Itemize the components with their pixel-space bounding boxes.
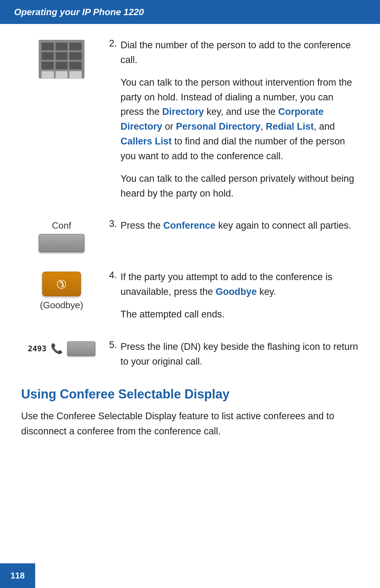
step-2-body: Dial the number of the person to add to …: [121, 38, 359, 201]
key-cell: [56, 43, 68, 50]
section-heading: Using Conferee Selectable Display: [21, 387, 359, 402]
step-4-line: If the party you attempt to add to the c…: [121, 272, 332, 297]
step-2-row: 2. Dial the number of the person to add …: [21, 38, 359, 201]
key-cell: [42, 43, 54, 50]
step-4-text: 4. If the party you attempt to add to th…: [102, 270, 359, 322]
key-cell: [69, 71, 82, 79]
section-body: Use the Conferee Selectable Display feat…: [21, 409, 359, 439]
conf-label: Conf: [52, 220, 71, 231]
callers-list-link: Callers List: [121, 136, 172, 147]
step-4-extra: The attempted call ends.: [121, 307, 359, 322]
step-5-icon-col: 2493 📞: [21, 340, 102, 356]
step-2-numbered: 2. Dial the number of the person to add …: [109, 38, 359, 201]
key-cell: [69, 52, 82, 60]
dn-number: 2493: [28, 344, 46, 353]
key-cell: [69, 62, 82, 69]
personal-directory-link: Personal Directory: [176, 121, 260, 132]
step-3-numbered: 3. Press the Conference key again to con…: [109, 218, 359, 233]
key-cell: [42, 71, 54, 79]
directory-link: Directory: [162, 106, 204, 117]
footer: 118: [0, 563, 35, 588]
step-5-row: 2493 📞 5. Press the line (DN) key beside…: [21, 340, 359, 369]
step-3-line: Press the Conference key again to connec…: [121, 220, 352, 231]
step-4-numbered: 4. If the party you attempt to add to th…: [109, 270, 359, 322]
keypad-icon: [39, 40, 84, 79]
step-5-numbered: 5. Press the line (DN) key beside the fl…: [109, 340, 359, 369]
content-area: 2. Dial the number of the person to add …: [0, 24, 380, 460]
key-cell: [42, 62, 54, 69]
step-5-body: Press the line (DN) key beside the flash…: [121, 340, 359, 369]
key-cell: [56, 52, 68, 60]
page-number: 118: [11, 571, 25, 581]
header-title: Operating your IP Phone 1220: [14, 7, 144, 17]
step-3-icon-col: Conf: [21, 218, 102, 252]
key-cell: [56, 62, 68, 69]
step-5-text: 5. Press the line (DN) key beside the fl…: [102, 340, 359, 369]
step-4-row: ✆ (Goodbye) 4. If the party you attempt …: [21, 270, 359, 322]
step-3-row: Conf 3. Press the Conference key again t…: [21, 218, 359, 252]
conference-link: Conference: [163, 220, 216, 231]
step-2-para2: You can talk to the called person privat…: [121, 172, 359, 201]
redial-list-link: Redial List: [266, 121, 314, 132]
step-2-text: 2. Dial the number of the person to add …: [102, 38, 359, 201]
step-3-text: 3. Press the Conference key again to con…: [102, 218, 359, 233]
step-3-number: 3.: [109, 218, 117, 233]
conferee-section: Using Conferee Selectable Display Use th…: [21, 387, 359, 439]
step-5-line: Press the line (DN) key beside the flash…: [121, 341, 358, 367]
step-5-number: 5.: [109, 340, 117, 369]
step-4-body: If the party you attempt to add to the c…: [121, 270, 359, 322]
phone-icon: ✆: [53, 276, 70, 292]
step-4-icon-col: ✆ (Goodbye): [21, 270, 102, 311]
step-3-body: Press the Conference key again to connec…: [121, 218, 359, 233]
dn-button-icon: [67, 341, 95, 356]
goodbye-button-icon: ✆: [42, 272, 81, 296]
step-2-number: 2.: [109, 38, 117, 201]
key-cell: [42, 52, 54, 60]
step-2-icon-col: [21, 38, 102, 79]
conf-button-icon: [39, 234, 84, 252]
key-cell: [69, 43, 82, 50]
step-2-para1: You can talk to the person without inter…: [121, 75, 359, 164]
dn-phone-icon: 📞: [51, 343, 63, 354]
goodbye-link: Goodbye: [216, 286, 257, 297]
step-2-line1: Dial the number of the person to add to …: [121, 40, 351, 65]
header-bar: Operating your IP Phone 1220: [0, 0, 380, 24]
key-cell: [56, 71, 68, 79]
step-4-number: 4.: [109, 270, 117, 322]
dn-icons: 2493 📞: [28, 341, 95, 356]
goodbye-label: (Goodbye): [40, 300, 83, 311]
